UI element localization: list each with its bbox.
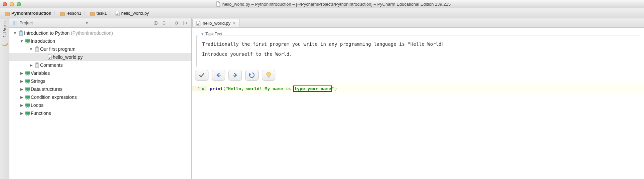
next-task-button[interactable] xyxy=(228,70,242,80)
tree-task-first-program[interactable]: ▼ Our first program xyxy=(9,45,191,53)
token-keyword: print xyxy=(210,86,223,91)
svg-rect-15 xyxy=(36,62,38,64)
svg-rect-21 xyxy=(25,112,30,115)
chevron-right-icon[interactable]: ▶ xyxy=(19,79,25,83)
disclosure-triangle-icon[interactable]: ▼ xyxy=(201,32,204,36)
breadcrumb-label: PythonIntroduction xyxy=(11,11,51,16)
svg-rect-4 xyxy=(13,21,15,25)
lesson-icon xyxy=(25,79,31,83)
project-panel-title: Project xyxy=(19,20,83,25)
token-string: " xyxy=(332,86,335,91)
tree-task-comments[interactable]: ▶ Comments xyxy=(9,61,191,69)
tab-label: hello_world.py xyxy=(203,21,230,26)
breadcrumb-file[interactable]: hello_world.py xyxy=(113,11,151,16)
tree-lesson[interactable]: ▶Condition expressions xyxy=(9,93,191,101)
run-gutter-icon[interactable]: ▶ xyxy=(202,86,205,91)
tree-label: hello_world.py xyxy=(53,54,83,60)
chevron-down-icon[interactable]: ▼ xyxy=(12,31,18,35)
tree-hint: (PythonIntroduction) xyxy=(71,30,113,36)
svg-point-6 xyxy=(176,22,178,24)
editor-tabstrip: hello_world.py ✕ xyxy=(192,18,644,28)
python-file-icon xyxy=(196,21,201,26)
editor-tab[interactable]: hello_world.py ✕ xyxy=(192,19,240,27)
check-task-button[interactable] xyxy=(195,70,208,80)
answer-placeholder[interactable]: type your name xyxy=(293,85,332,92)
tree-file-hello-world[interactable]: hello_world.py xyxy=(9,53,191,61)
folder-icon xyxy=(60,11,65,16)
breadcrumb-label: lesson1 xyxy=(66,11,82,16)
gear-icon[interactable] xyxy=(174,20,179,26)
scroll-from-source-icon[interactable] xyxy=(153,20,158,26)
close-window-button[interactable] xyxy=(3,2,7,6)
tree-label: Data structures xyxy=(31,86,62,92)
svg-rect-9 xyxy=(25,39,30,42)
python-file-icon xyxy=(115,11,120,16)
collapse-all-icon[interactable] xyxy=(162,20,166,26)
token-string: "Hello, world! My name is xyxy=(225,86,294,91)
separator: | xyxy=(170,20,171,25)
lesson-icon xyxy=(25,95,31,100)
chevron-down-icon[interactable]: ▼ xyxy=(19,39,25,43)
tree-label: Introduction to Python xyxy=(24,30,69,36)
tree-label: Condition expressions xyxy=(31,95,77,100)
line-number: 1 xyxy=(197,86,200,91)
zoom-window-button[interactable] xyxy=(17,2,21,6)
breadcrumb-label: task1 xyxy=(97,11,107,16)
tree-label: Our first program xyxy=(40,46,75,52)
tree-label: Variables xyxy=(31,70,50,76)
chevron-right-icon[interactable]: ▶ xyxy=(28,63,34,67)
chevron-right-icon[interactable]: ▶ xyxy=(19,71,25,75)
tree-label: Introduction xyxy=(31,38,55,44)
lesson-icon xyxy=(25,87,31,92)
code-editor[interactable]: 1 ▶ print("Hello, world! My name is type… xyxy=(192,84,644,179)
breadcrumb-project[interactable]: PythonIntroduction xyxy=(3,11,53,16)
breadcrumb-task[interactable]: task1 xyxy=(88,11,109,16)
lesson-icon xyxy=(25,103,31,108)
task-legend-label: Task Text xyxy=(205,32,222,36)
task-text-legend[interactable]: ▼ Task Text xyxy=(199,32,224,36)
project-tool-window: Project ▼ | ▼ Introduction to Python (Py… xyxy=(9,18,192,179)
chevron-right-icon[interactable]: ▶ xyxy=(19,95,25,100)
window-controls xyxy=(3,2,21,6)
hint-button[interactable] xyxy=(262,70,275,80)
svg-point-13 xyxy=(49,57,51,58)
clipboard-icon xyxy=(34,46,40,52)
chevron-down-icon[interactable]: ▼ xyxy=(28,47,34,51)
svg-rect-18 xyxy=(25,87,30,91)
refresh-task-button[interactable] xyxy=(245,70,259,80)
token-paren: ( xyxy=(223,86,225,91)
minimize-window-button[interactable] xyxy=(10,2,14,6)
task-description-panel: ▼ Task Text Traditionally the first prog… xyxy=(192,28,644,84)
svg-rect-11 xyxy=(36,46,38,48)
breadcrumb-lesson[interactable]: lesson1 xyxy=(58,11,84,16)
svg-rect-8 xyxy=(20,30,22,32)
tree-lesson[interactable]: ▶Functions xyxy=(9,109,191,117)
svg-rect-20 xyxy=(25,104,30,107)
tree-lesson[interactable]: ▶Variables xyxy=(9,69,191,77)
code-content[interactable]: print("Hello, world! My name is type you… xyxy=(206,86,337,91)
chevron-right-icon[interactable]: ▶ xyxy=(19,103,25,108)
task-paragraph: Introduce yourself to the World. xyxy=(202,51,634,57)
tree-lesson[interactable]: ▶Loops xyxy=(9,101,191,109)
svg-rect-19 xyxy=(25,96,30,99)
project-tree[interactable]: ▼ Introduction to Python (PythonIntroduc… xyxy=(9,28,191,179)
chevron-down-icon[interactable]: ▼ xyxy=(85,20,89,25)
pycharm-logo-icon xyxy=(2,40,8,46)
tree-root[interactable]: ▼ Introduction to Python (PythonIntroduc… xyxy=(9,29,191,37)
svg-rect-16 xyxy=(25,71,30,74)
code-line[interactable]: 1 ▶ print("Hello, world! My name is type… xyxy=(192,84,644,93)
tool-window-button-project[interactable]: 1: Project xyxy=(2,20,7,37)
tree-lesson[interactable]: ▶Data structures xyxy=(9,85,191,93)
previous-task-button[interactable] xyxy=(212,70,225,80)
chevron-right-icon[interactable]: ▶ xyxy=(19,87,25,92)
lesson-icon xyxy=(25,71,31,75)
breadcrumb: PythonIntroduction 〉 lesson1 〉 task1 〉 h… xyxy=(0,8,644,18)
tree-lesson[interactable]: ▶Strings xyxy=(9,77,191,85)
close-icon[interactable]: ✕ xyxy=(232,21,236,26)
svg-point-1 xyxy=(117,13,119,14)
tree-lesson-introduction[interactable]: ▼ Introduction xyxy=(9,37,191,45)
chevron-right-icon[interactable]: ▶ xyxy=(19,111,25,116)
tool-window-stripe-left: 1: Project xyxy=(0,18,9,179)
svg-point-24 xyxy=(267,72,271,76)
hide-icon[interactable] xyxy=(183,21,188,25)
